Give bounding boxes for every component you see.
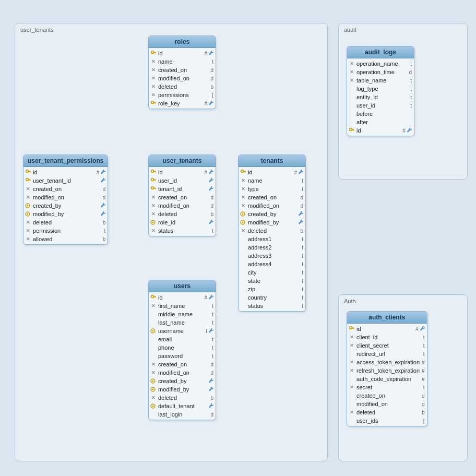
field-type-access_token_expiration: # <box>420 360 425 365</box>
field-type-id: # <box>202 295 207 301</box>
wrench-icon <box>208 100 213 106</box>
table-row: ✕namet <box>239 176 305 185</box>
field-name-deleted: deleted <box>157 211 208 217</box>
table-row: ✕created_ond <box>149 360 216 368</box>
field-icon-user_tenant_id <box>25 177 32 184</box>
table-row: ✕deletedb <box>149 210 216 218</box>
table-row: ✕operation_timed <box>347 68 414 76</box>
table-row: ✕modified_ond <box>239 201 305 210</box>
table-row: user_id <box>149 176 216 185</box>
svg-rect-65 <box>352 328 353 329</box>
wrench-icon <box>208 177 213 184</box>
field-type-address4: t <box>300 261 303 267</box>
field-type-entity_id: t <box>408 94 412 100</box>
table-row: statet <box>239 277 305 285</box>
field-type-address3: t <box>300 253 303 259</box>
field-type-user_ids: [ <box>421 418 425 424</box>
wrench-icon <box>208 169 213 175</box>
field-type-table_name: t <box>408 78 412 84</box>
field-icon-deleted: ✕ <box>150 84 157 89</box>
field-icon-role_id <box>150 219 157 225</box>
field-name-deleted: deleted <box>247 228 298 234</box>
field-name-access_token_expiration: access_token_expiration <box>355 359 420 365</box>
field-icon-deleted: ✕ <box>25 220 32 225</box>
field-type-created_on: d <box>208 195 213 200</box>
field-name-id: id <box>32 169 94 175</box>
table-row: id# <box>347 126 414 135</box>
field-icon-modified_on: ✕ <box>150 203 157 208</box>
field-icon-default_tenant <box>150 403 157 409</box>
field-type-user_id: t <box>408 103 412 109</box>
field-type-city: t <box>300 270 303 276</box>
wrench-icon <box>208 328 213 334</box>
table-row: ✕permissiont <box>23 227 108 235</box>
table-audit_logs[interactable]: audit_logs✕operation_namet✕operation_tim… <box>347 46 414 136</box>
table-row: default_tenant <box>149 402 216 410</box>
field-type-email: t <box>210 337 213 342</box>
svg-rect-19 <box>29 180 30 181</box>
table-user_tenant_permissions[interactable]: user_tenant_permissionsid#user_tenant_id… <box>23 154 108 245</box>
svg-point-57 <box>152 406 154 407</box>
field-name-created_on: created_on <box>32 186 101 192</box>
table-row: ✕typet <box>239 185 305 193</box>
table-row: ✕deletedb <box>149 394 216 402</box>
field-icon-deleted: ✕ <box>240 228 247 233</box>
field-icon-modified_on: ✕ <box>150 370 157 375</box>
table-user_tenants[interactable]: user_tenantsid#user_idtenant_id✕created_… <box>148 154 216 236</box>
table-row: ✕deletedb <box>23 218 108 227</box>
field-name-created_on: created_on <box>157 194 208 200</box>
table-row: ✕access_token_expiration# <box>347 358 427 366</box>
field-name-address4: address4 <box>247 261 300 267</box>
table-row: ✕modified_ond <box>23 193 108 201</box>
field-type-middle_name: t <box>210 312 213 317</box>
field-icon-secret: ✕ <box>348 385 355 390</box>
field-type-modified_on: d <box>298 203 303 209</box>
field-icon-deleted: ✕ <box>150 395 157 400</box>
field-type-created_on: d <box>208 67 213 73</box>
field-name-created_on: created_on <box>355 392 420 399</box>
table-row: user_idt <box>347 101 414 110</box>
field-icon-operation_time: ✕ <box>348 69 355 75</box>
table-row: modified_by <box>23 210 108 218</box>
field-icon-created_by <box>150 378 157 384</box>
field-name-name: name <box>247 177 300 184</box>
field-type-secret: t <box>421 385 425 390</box>
table-row: id# <box>149 168 216 176</box>
table-roles[interactable]: rolesid#✕namet✕created_ond✕modified_ond✕… <box>148 35 216 109</box>
field-name-modified_on: modified_on <box>355 401 420 407</box>
field-type-id: # <box>202 170 207 175</box>
table-row: address3t <box>239 252 305 260</box>
field-icon-username <box>150 328 157 334</box>
field-icon-id <box>348 127 355 134</box>
field-name-id: id <box>247 169 292 175</box>
field-name-modified_on: modified_on <box>157 203 208 209</box>
svg-rect-6 <box>155 53 156 54</box>
field-name-before: before <box>355 111 410 117</box>
svg-point-55 <box>152 389 154 390</box>
field-name-permissions: permissions <box>157 92 210 98</box>
table-row: id# <box>239 168 305 176</box>
table-row: id# <box>149 49 216 57</box>
table-row: countryt <box>239 293 305 302</box>
field-name-modified_on: modified_on <box>247 203 298 209</box>
field-name-modified_by: modified_by <box>32 211 97 217</box>
table-auth_clients[interactable]: auth_clientsid#✕client_idt✕client_secret… <box>347 311 427 426</box>
field-icon-user_id <box>150 177 157 184</box>
table-row: ✕modified_ond <box>149 74 216 82</box>
field-type-address2: t <box>300 245 303 251</box>
field-type-first_name: t <box>210 303 213 309</box>
field-type-deleted: b <box>208 395 213 401</box>
field-name-zip: zip <box>247 286 300 292</box>
svg-rect-48 <box>155 297 156 298</box>
table-tenants[interactable]: tenantsid#✕namet✕typet✕created_ond✕modif… <box>238 154 306 312</box>
field-type-modified_on: d <box>208 76 213 81</box>
field-type-allowed: b <box>101 236 106 242</box>
table-header-audit_logs: audit_logs <box>347 46 414 58</box>
table-row: role_id <box>149 218 216 227</box>
field-name-created_by: created_by <box>157 378 205 384</box>
field-icon-created_by <box>240 211 247 217</box>
table-users[interactable]: usersid#✕first_nametmiddle_nametlast_nam… <box>148 280 216 420</box>
svg-rect-26 <box>155 172 156 173</box>
field-name-state: state <box>247 278 300 284</box>
field-type-created_on: d <box>101 186 106 192</box>
